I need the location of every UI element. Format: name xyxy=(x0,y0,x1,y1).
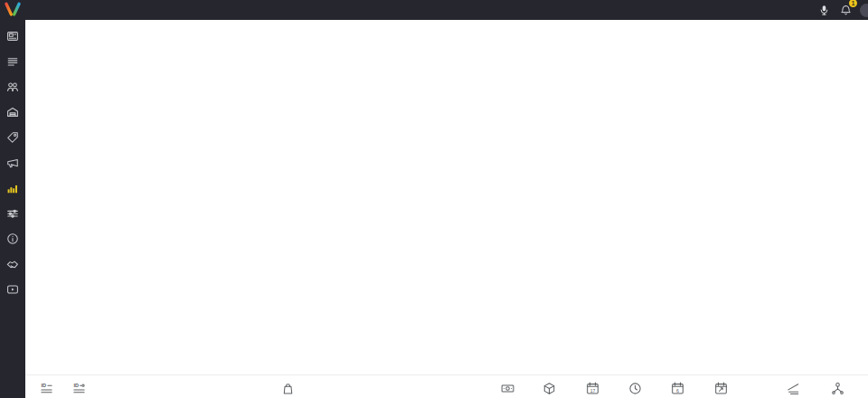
svg-text:ID: ID xyxy=(41,383,46,388)
sidebar-item-partners[interactable] xyxy=(0,251,25,277)
sidebar-item-settings[interactable] xyxy=(0,201,25,226)
calendar-17-icon[interactable]: 17 xyxy=(586,382,599,395)
sidebar-item-marketing[interactable] xyxy=(0,150,25,175)
handshake-icon xyxy=(6,258,19,270)
margin-report-icon[interactable] xyxy=(787,382,800,395)
calendar-export-icon[interactable] xyxy=(714,382,728,395)
affiliate-icon[interactable] xyxy=(831,382,844,395)
info-icon xyxy=(6,232,19,245)
bottom-toolbar: IDID176 xyxy=(25,374,868,398)
mic-icon[interactable] xyxy=(816,3,831,17)
content-area xyxy=(25,20,868,398)
notifications-bell-icon[interactable]: 1 xyxy=(838,3,853,17)
sidebar-item-info[interactable] xyxy=(0,226,25,251)
sliders-icon xyxy=(6,207,19,220)
clients-icon xyxy=(6,81,19,93)
money-icon[interactable] xyxy=(501,382,514,395)
bag-icon[interactable] xyxy=(281,382,295,395)
calendar-6-icon[interactable]: 6 xyxy=(671,382,684,395)
svg-text:17: 17 xyxy=(590,388,596,393)
sidebar-item-video[interactable] xyxy=(0,277,25,302)
megaphone-icon xyxy=(6,156,19,169)
warehouse-icon xyxy=(6,106,19,118)
analytics-chart-icon xyxy=(6,182,19,194)
panel-cards-icon xyxy=(6,30,19,43)
video-play-icon xyxy=(6,283,19,296)
clock-icon[interactable] xyxy=(628,382,642,395)
sidebar-item-analytics[interactable] xyxy=(0,175,25,201)
package-icon[interactable] xyxy=(542,382,556,395)
orders-list-icon xyxy=(6,55,19,68)
topbar-actions: 1 xyxy=(816,0,866,20)
sidebar-item-warehouse[interactable] xyxy=(0,100,25,125)
sidebar-item-cards[interactable] xyxy=(0,24,25,49)
screen: 1 Всі ▼ Всі ▼ Розширений ▼ 6 Відправлене… xyxy=(0,0,868,398)
notification-badge: 1 xyxy=(849,0,857,7)
sidebar-item-clients[interactable] xyxy=(0,74,25,100)
promo-tag-icon xyxy=(6,131,19,144)
svg-text:6: 6 xyxy=(676,388,679,393)
sidebar-nav xyxy=(0,24,25,302)
id-link-icon[interactable]: ID xyxy=(72,382,86,395)
topbar xyxy=(0,0,868,20)
sidebar-item-promo[interactable] xyxy=(0,125,25,150)
svg-text:ID: ID xyxy=(73,383,79,388)
app-logo-icon[interactable] xyxy=(4,2,22,21)
id-list-icon[interactable]: ID xyxy=(40,382,53,395)
avatar[interactable] xyxy=(860,4,868,17)
sidebar-item-orders[interactable] xyxy=(0,49,25,74)
